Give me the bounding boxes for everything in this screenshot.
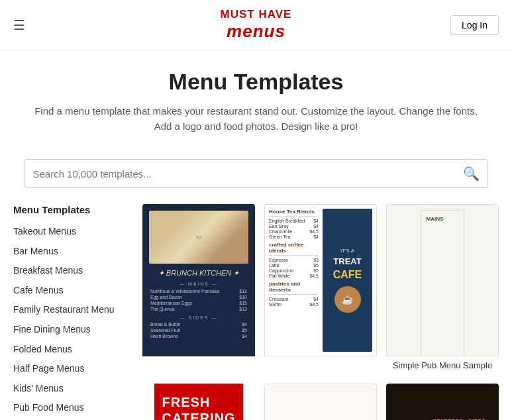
sidebar-item-takeout[interactable]: Takeout Menus xyxy=(13,222,129,242)
main-content: Menu Templates Takeout Menus Bar Menus B… xyxy=(0,204,512,420)
search-icon[interactable]: 🔍 xyxy=(463,166,480,182)
sidebar-item-family[interactable]: Family Restaurant Menu xyxy=(13,300,129,320)
sidebar-item-kids[interactable]: Kids' Menus xyxy=(13,379,129,399)
logo: MUST HAVE menus xyxy=(221,8,292,42)
hero-section: Menu Templates Find a menu template that… xyxy=(0,50,512,147)
template-card-catering[interactable]: FRESH CATERING BRUNCH Scrambled Eggs$8 A… xyxy=(142,384,255,420)
sidebar-item-half-page[interactable]: Half Page Menus xyxy=(13,359,129,379)
sidebar-item-pub-food[interactable]: Pub Food Menus xyxy=(13,398,129,418)
sidebar-title: Menu Templates xyxy=(13,204,129,215)
logo-top: MUST HAVE xyxy=(221,8,292,21)
template-card-pub[interactable]: MAINS Roast Chicken$18 Fish & Chips$16 S… xyxy=(386,204,499,374)
login-button[interactable]: Log In xyxy=(450,15,499,35)
template-card-dark[interactable]: rustic mediterranean STARTERS Hummus Fal… xyxy=(386,384,499,420)
header: ☰ MUST HAVE menus Log In xyxy=(0,0,512,50)
templates-grid: 🍽 ✦ BRUNCH KITCHEN ✦ — MAINS — Nutritiou… xyxy=(142,204,499,420)
sidebar-item-breakfast[interactable]: Breakfast Menus xyxy=(13,261,129,281)
template-card-brunch[interactable]: 🍽 ✦ BRUNCH KITCHEN ✦ — MAINS — Nutritiou… xyxy=(142,204,255,374)
sidebar-item-cafe[interactable]: Cafe Menus xyxy=(13,281,129,301)
catering-word: CATERING xyxy=(162,410,236,420)
sidebar-item-bar[interactable]: Bar Menus xyxy=(13,242,129,262)
sidebar: Menu Templates Takeout Menus Bar Menus B… xyxy=(13,204,129,420)
page-title: Menu Templates xyxy=(26,69,486,95)
sidebar-item-folded[interactable]: Folded Menus xyxy=(13,340,129,360)
search-bar: 🔍 xyxy=(25,159,488,188)
template-card-bright-side[interactable]: The Bright Side BREAKFAST MENU MAINS Egg… xyxy=(264,384,377,420)
sidebar-item-fine-dining[interactable]: Fine Dining Menus xyxy=(13,320,129,340)
logo-bottom: menus xyxy=(221,21,292,42)
template-card-cafe[interactable]: House Tea Blends English Breakfast$4 Ear… xyxy=(264,204,377,374)
pub-card-label: Simple Pub Menu Sample xyxy=(386,356,499,374)
search-input[interactable] xyxy=(33,168,463,180)
hamburger-menu-icon[interactable]: ☰ xyxy=(13,17,25,33)
hero-description: Find a menu template that makes your res… xyxy=(26,104,486,134)
catering-fresh: FRESH xyxy=(162,394,236,410)
